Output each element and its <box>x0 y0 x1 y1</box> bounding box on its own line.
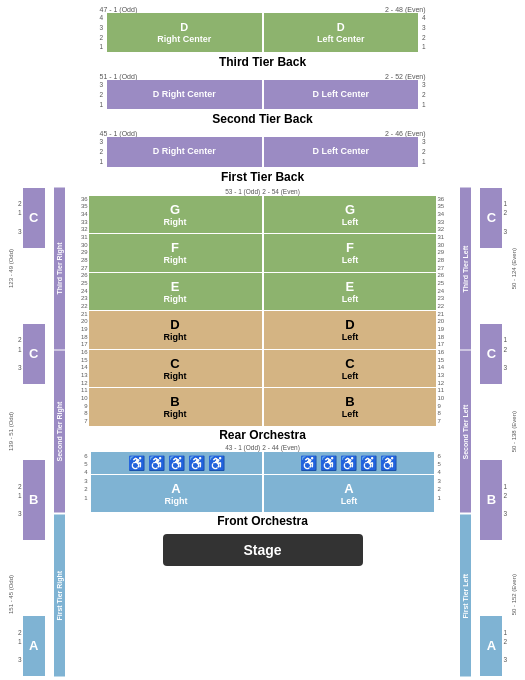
first-even-label: 2 - 46 (Even) <box>385 130 425 137</box>
front-left-row-nums: 654321 <box>75 452 89 512</box>
section-c-left[interactable]: CLeft <box>264 350 437 388</box>
left-section-c-bottom[interactable]: C <box>23 324 45 384</box>
right-section-c-bottom[interactable]: C <box>480 324 502 384</box>
left-c-row-nums: 21 3 <box>18 199 22 235</box>
first-tier-right-label: First Tier Right <box>54 515 65 677</box>
left-center-label: Left Center <box>317 34 365 46</box>
left-section-a[interactable]: A <box>23 616 45 676</box>
wheelchair-icon-9: ♿ <box>360 455 377 471</box>
left-section-c-top[interactable]: C <box>23 188 45 248</box>
center-left-row-nums: 3635343332 3130292827 2625242322 2120191… <box>75 196 89 426</box>
section-b-right[interactable]: BRight <box>89 388 262 426</box>
stage-label: Stage <box>243 542 281 558</box>
second-tier-odd-even: 51 - 1 (Odd) 2 - 52 (Even) <box>98 73 428 80</box>
left-b-row-nums: 21 3 <box>18 482 22 518</box>
third-odd-label: 47 - 1 (Odd) <box>100 6 138 13</box>
center-even-label: 2 - 54 (Even) <box>262 188 300 195</box>
section-b-left[interactable]: BLeft <box>264 388 437 426</box>
rear-odd-label: 43 - 1 (Odd) <box>225 444 260 451</box>
first-tier-left-row-nums: 321 <box>98 137 106 166</box>
first-odd-label: 45 - 1 (Odd) <box>100 130 138 137</box>
section-g-left[interactable]: GLeft <box>264 196 437 234</box>
second-tier-back-label: Second Tier Back <box>212 112 313 126</box>
right-section-a[interactable]: A <box>480 616 502 676</box>
section-d-left[interactable]: DLeft <box>264 311 437 349</box>
second-tier-d-right-center[interactable]: D Right Center <box>107 80 261 109</box>
first-tier-odd-even: 45 - 1 (Odd) 2 - 46 (Even) <box>98 130 428 137</box>
wheelchair-icon-8: ♿ <box>340 455 357 471</box>
far-left-labels: 123 - 49 (Odd) 139 - 51 (Odd) 151 - 45 (… <box>4 188 18 677</box>
first-tier-left-label: First Tier Left <box>460 515 471 677</box>
left-a-row-nums: 21 3 <box>18 628 22 664</box>
wheelchair-icon-2: ♿ <box>148 455 165 471</box>
wheelchair-icon-1: ♿ <box>128 455 145 471</box>
third-tier-odd-even: 47 - 1 (Odd) 2 - 48 (Even) <box>98 6 428 13</box>
third-tier-right-center[interactable]: D Right Center <box>107 13 261 52</box>
first-tier-d-right-center[interactable]: D Right Center <box>107 137 261 166</box>
second-tier-d-left-center[interactable]: D Left Center <box>264 80 418 109</box>
second-even-label: 2 - 52 (Even) <box>385 73 425 80</box>
first-tier-d-left-center[interactable]: D Left Center <box>264 137 418 166</box>
third-even-label: 2 - 48 (Even) <box>385 6 425 13</box>
third-tier-right-row-nums: 4321 <box>420 13 428 52</box>
first-tier-right-row-nums: 321 <box>420 137 428 166</box>
second-left-center-label: D Left Center <box>312 89 369 101</box>
right-section-b[interactable]: B <box>480 460 502 540</box>
rear-orchestra-label: Rear Orchestra <box>219 428 306 442</box>
center-right-row-nums: 3635343332 3130292827 2625242322 2120191… <box>436 196 450 426</box>
wheelchair-icon-4: ♿ <box>188 455 205 471</box>
section-c-right[interactable]: CRight <box>89 350 262 388</box>
left-section-b[interactable]: B <box>23 460 45 540</box>
second-tier-left-row-nums: 321 <box>98 80 106 109</box>
rear-even-label: 2 - 44 (Even) <box>262 444 300 451</box>
section-a-right[interactable]: ARight <box>91 475 262 512</box>
section-f-right[interactable]: FRight <box>89 234 262 272</box>
wheelchair-icon-10: ♿ <box>380 455 397 471</box>
section-g-right[interactable]: GRight <box>89 196 262 234</box>
front-orchestra-label: Front Orchestra <box>217 514 308 528</box>
first-tier-back-label: First Tier Back <box>221 170 304 184</box>
section-e-left[interactable]: ELeft <box>264 273 437 311</box>
section-e-right[interactable]: ERight <box>89 273 262 311</box>
section-d-right[interactable]: DRight <box>89 311 262 349</box>
third-tier-left-label: Third Tier Left <box>460 188 471 350</box>
wheelchair-icon-7: ♿ <box>320 455 337 471</box>
right-center-label: Right Center <box>157 34 211 46</box>
front-right-row-nums: 654321 <box>436 452 450 512</box>
section-f-left[interactable]: FLeft <box>264 234 437 272</box>
center-odd-label: 53 - 1 (Odd) <box>225 188 260 195</box>
wheelchair-icon-5: ♿ <box>208 455 225 471</box>
wheelchair-row-right: ♿ ♿ ♿ ♿ ♿ <box>264 452 435 474</box>
wheelchair-icon-6: ♿ <box>300 455 317 471</box>
wheelchair-icon-3: ♿ <box>168 455 185 471</box>
second-tier-right-label: Second Tier Right <box>54 351 65 513</box>
third-tier-left-row-nums: 4321 <box>98 13 106 52</box>
right-section-c-top[interactable]: C <box>480 188 502 248</box>
second-tier-left-label: Second Tier Left <box>460 351 471 513</box>
third-tier-back-label: Third Tier Back <box>219 55 306 69</box>
third-tier-right-label: Third Tier Right <box>54 188 65 350</box>
second-right-center-label: D Right Center <box>153 89 216 101</box>
far-right-labels: 50 - 124 (Even) 50 - 138 (Even) 50 - 152… <box>507 188 521 677</box>
seating-map: 47 - 1 (Odd) 2 - 48 (Even) 4321 D Right … <box>0 0 525 680</box>
left-c2-row-nums: 21 3 <box>18 335 22 371</box>
second-tier-right-row-nums: 321 <box>420 80 428 109</box>
stage-box: Stage <box>163 534 363 566</box>
wheelchair-row-left: ♿ ♿ ♿ ♿ ♿ <box>91 452 262 474</box>
second-odd-label: 51 - 1 (Odd) <box>100 73 138 80</box>
third-tier-left-center[interactable]: D Left Center <box>264 13 418 52</box>
first-left-center-label: D Left Center <box>312 146 369 158</box>
first-right-center-label: D Right Center <box>153 146 216 158</box>
section-a-left[interactable]: ALeft <box>264 475 435 512</box>
